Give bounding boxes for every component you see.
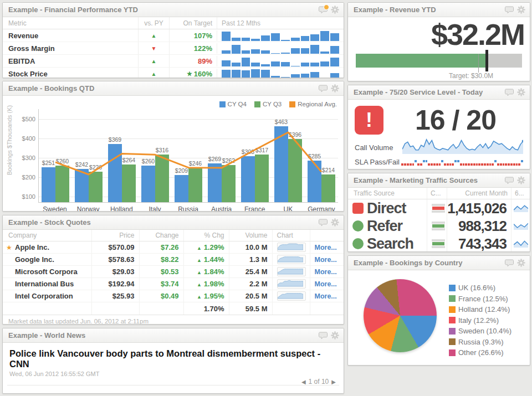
sla-fail-square — [463, 163, 465, 166]
sparkline-bars — [217, 56, 344, 66]
legend-item: Regional Avg. — [289, 101, 337, 107]
sla-fail-square — [468, 163, 470, 166]
bar-value-label: $285 — [308, 153, 321, 160]
panel-title: Example - Stock Quotes — [8, 218, 319, 227]
comments-icon[interactable] — [319, 219, 328, 227]
up-arrow-icon: ▲ — [138, 29, 169, 42]
sparkline-bars — [217, 69, 344, 79]
panel-header: Example - Financial Performance YTD — [3, 3, 344, 17]
metric-label: Gross Margin — [3, 42, 138, 54]
column-header: Current Month — [447, 188, 511, 199]
favorite-star-icon[interactable]: ★ — [6, 244, 15, 251]
up-arrow-icon: ▲ — [197, 270, 202, 275]
settings-gear-icon[interactable] — [517, 88, 525, 96]
column-header-metric: Metric — [3, 17, 138, 29]
sparkline-bars — [217, 43, 344, 54]
panel-header: Example - 75/20 Service Level - Today — [348, 85, 530, 100]
category-label: Sweden — [38, 203, 71, 212]
call-volume-label: Call Volume — [355, 143, 402, 152]
settings-gear-icon[interactable] — [331, 6, 339, 14]
company-name: Microsoft Corpora — [15, 268, 78, 276]
sla-fail-square — [503, 163, 505, 166]
sla-fail-square — [516, 163, 518, 166]
comments-icon[interactable] — [505, 6, 514, 14]
bar-value-label: $316 — [156, 147, 168, 153]
sla-label: SLA Pass/Fail — [355, 158, 401, 166]
more-link[interactable]: More... — [315, 268, 337, 276]
settings-gear-icon[interactable] — [517, 6, 525, 14]
price: $25.93 — [91, 290, 139, 302]
comments-icon[interactable] — [319, 6, 328, 14]
sla-fail-square — [465, 163, 467, 166]
legend-swatch — [449, 349, 456, 356]
comments-icon[interactable] — [319, 85, 328, 92]
alert-exclamation-icon: ! — [355, 106, 383, 135]
sla-fail-square — [484, 163, 486, 166]
news-headline-link[interactable]: Police link Vancouver body parts to Mont… — [3, 343, 344, 371]
bookings-chart: Bookings $Thousands (K) CY Q4CY Q3Region… — [3, 96, 344, 212]
metric-label: EBITDA — [3, 55, 138, 67]
legend-swatch — [219, 101, 226, 107]
bar-cy-q3: $214 — [321, 174, 335, 202]
financial-row: Gross Margin▼122% — [3, 42, 344, 55]
settings-gear-icon[interactable] — [331, 84, 339, 92]
panel-header: Example - World News — [3, 328, 344, 343]
value-marker — [485, 50, 488, 71]
change: $8.22 — [139, 254, 183, 266]
up-arrow-icon: ▲ — [197, 282, 202, 287]
y-axis-title: Bookings $Thousands (K) — [6, 96, 13, 184]
bar-value-label: $396 — [289, 131, 301, 138]
bar-group-norway: $242$226 — [72, 109, 105, 202]
stock-row: Google Inc.$578.63$8.22▲ 1.44%1.3 MMore.… — [3, 254, 344, 266]
panel-header: Example - Stock Quotes — [3, 215, 344, 230]
total-pct-change: 1.70% — [183, 302, 229, 315]
financial-row: Stock Price▲★160% — [3, 68, 344, 78]
news-pagination: ◀ 1 of 10 ▶ — [301, 378, 336, 385]
bar-group-holland: $369$264 — [105, 109, 139, 202]
bar-cy-q3: $316 — [155, 155, 169, 202]
bar-cy-q4: $463 — [274, 126, 288, 203]
trend-sparkline — [511, 217, 530, 235]
column-header: Chart — [272, 230, 310, 241]
financial-table-header: Metric vs. PY On Target Past 12 Mths — [3, 17, 344, 29]
next-page-arrow-icon[interactable]: ▶ — [331, 379, 336, 385]
call-volume-row: Call Volume — [348, 137, 530, 157]
price: $29.03 — [91, 266, 139, 278]
more-link[interactable]: More... — [315, 244, 337, 251]
traffic-source-row: Refer988,312 — [348, 217, 530, 235]
bar-group-italy: $260$316 — [139, 109, 172, 202]
settings-gear-icon[interactable] — [331, 331, 339, 340]
pie-legend-item: France (12.5%) — [449, 294, 511, 305]
sla-fail-square — [510, 163, 513, 166]
settings-gear-icon[interactable] — [517, 259, 525, 267]
comments-icon[interactable] — [505, 177, 514, 184]
comments-icon[interactable] — [505, 89, 514, 96]
bar-groups: $251$260$242$226$369$264$260$316$209$246… — [39, 109, 338, 202]
panel-header-icons — [505, 176, 525, 184]
stock-table-header-row: CompanyPriceChange% ChgVolumeChart — [3, 230, 344, 241]
pie-legend: UK (16.6%)France (12.5%)Holland (12.4%)I… — [449, 282, 511, 358]
more-link[interactable]: More... — [315, 292, 337, 300]
service-level-main: ! 16 / 20 — [348, 100, 530, 137]
stock-data-footer: Market data last updated Jun. 06, 2012 a… — [3, 315, 344, 325]
financial-row: EBITDA▲89% — [3, 55, 344, 68]
column-header-vs-py: vs. PY — [138, 17, 169, 29]
up-arrow-icon: ▲ — [138, 55, 169, 67]
prev-page-arrow-icon[interactable]: ◀ — [301, 379, 306, 385]
more-link[interactable]: More... — [315, 256, 337, 264]
panel-title: Example - Marketing Traffic Sources — [354, 176, 505, 184]
sla-pass-square — [441, 160, 443, 162]
comments-icon[interactable] — [505, 259, 514, 267]
more-link[interactable]: More... — [315, 280, 337, 288]
price: $570.09 — [91, 241, 139, 254]
sla-pass-square — [494, 160, 497, 162]
bar-cy-q4: $369 — [108, 144, 122, 202]
settings-gear-icon[interactable] — [331, 218, 339, 227]
sla-fail-square — [410, 163, 412, 166]
volume: 1.3 M — [229, 254, 272, 266]
comments-icon[interactable] — [319, 332, 328, 340]
company-name: Apple Inc. — [15, 243, 49, 251]
progress-fill — [356, 54, 487, 68]
sla-pass-square — [457, 160, 459, 162]
settings-gear-icon[interactable] — [517, 176, 525, 184]
